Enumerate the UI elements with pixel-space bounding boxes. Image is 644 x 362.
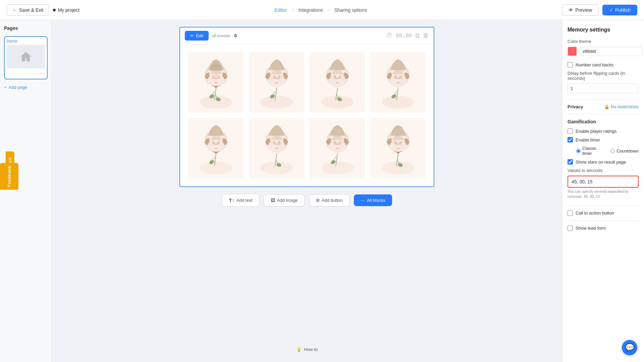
svg-point-28 <box>212 141 215 145</box>
chat-bubble-button[interactable]: 💬 <box>622 340 637 355</box>
add-button-label: Add button <box>322 198 343 203</box>
memory-card-5[interactable] <box>188 118 244 178</box>
all-blocks-button[interactable]: ⋯ All blocks <box>354 194 392 206</box>
sidebar-pages: Pages Home ··· + Add page <box>0 20 52 362</box>
enable-timer-row: Enable timer <box>568 137 639 142</box>
canvas-toolbar-right: ⏱ 00:00 ⧉ 🗑 <box>386 32 429 39</box>
sidebar-title: Pages <box>4 25 48 31</box>
chat-icon: 💬 <box>625 343 634 352</box>
plus-icon: + <box>4 85 7 90</box>
classic-timer-label: Classic timer <box>582 146 605 156</box>
card-image-5 <box>193 121 239 175</box>
no-restrictions-link[interactable]: 🔒 No restrictions <box>604 104 639 109</box>
classic-timer-radio[interactable] <box>576 149 581 153</box>
divider-4 <box>568 221 639 221</box>
card-image-8 <box>375 121 422 175</box>
memory-card-6[interactable] <box>249 118 304 178</box>
nav-sharing[interactable]: Sharing options <box>334 7 367 13</box>
all-blocks-label: All blocks <box>367 198 385 203</box>
how-to-button[interactable]: 💡 How to <box>293 344 321 355</box>
privacy-row: Privacy 🔒 No restrictions <box>568 104 639 109</box>
divider-3 <box>568 205 639 206</box>
cta-button-checkbox[interactable] <box>568 210 573 216</box>
values-section: Values in seconds You can specify severa… <box>568 168 639 199</box>
values-input[interactable] <box>568 176 639 188</box>
memory-card-4[interactable] <box>370 52 426 113</box>
divider-1 <box>568 99 639 100</box>
color-input[interactable] <box>580 47 642 56</box>
add-page-label: Add page <box>9 85 28 90</box>
svg-point-35 <box>278 141 281 145</box>
svg-point-41 <box>338 141 341 145</box>
publish-label: Publish <box>615 7 631 13</box>
enable-timer-checkbox[interactable] <box>568 137 573 142</box>
add-text-button[interactable]: T↑ Add text <box>222 194 259 207</box>
bulb-icon: 💡 <box>296 347 302 352</box>
add-page-button[interactable]: + Add page <box>4 85 48 90</box>
panel-title: Memory settings <box>568 27 639 33</box>
svg-point-37 <box>321 161 354 174</box>
show-lead-form-checkbox[interactable] <box>568 226 573 231</box>
enable-player-ratings-label: Enable player ratings <box>576 129 616 134</box>
button-icon: ⊞ <box>316 198 320 203</box>
image-icon: 🖼 <box>271 198 275 203</box>
svg-point-23 <box>399 75 402 79</box>
publish-button[interactable]: ✓ Publish <box>602 5 637 15</box>
grid-icon: ⋯ <box>361 198 365 203</box>
svg-point-29 <box>217 141 220 145</box>
classic-timer-radio-label[interactable]: Classic timer <box>576 146 605 156</box>
delete-button[interactable]: 🗑 <box>423 32 429 39</box>
svg-point-0 <box>200 96 232 108</box>
bottom-toolbar: T↑ Add text 🖼 Add image ⊞ Add button ⋯ A… <box>215 187 398 214</box>
enable-player-ratings-checkbox[interactable] <box>568 128 573 134</box>
edit-button[interactable]: ✏ Edit <box>185 31 209 41</box>
cta-button-row: Call to action button <box>568 210 639 216</box>
feedback-button[interactable]: Feedback <box>0 163 18 190</box>
card-image-7 <box>314 121 361 175</box>
color-swatch[interactable] <box>568 47 577 56</box>
page-thumb-footer: ··· <box>7 70 45 77</box>
save-exit-button[interactable]: ← Save & Exit <box>7 4 49 16</box>
copy-button[interactable]: ⧉ <box>415 32 420 39</box>
memory-card-2[interactable] <box>249 52 304 113</box>
preview-label: Preview <box>575 7 592 13</box>
nav-arrow-2: → <box>326 7 331 13</box>
number-card-backs-row: Number card backs <box>568 62 639 67</box>
svg-point-16 <box>333 75 336 79</box>
add-image-label: Add image <box>277 198 298 203</box>
canvas-area: ✏ Edit of moves: 0 ⏱ 00:00 ⧉ 🗑 <box>52 20 562 362</box>
svg-point-43 <box>382 161 414 174</box>
memory-card-3[interactable] <box>310 52 365 113</box>
canvas-toolbar-left: ✏ Edit of moves: 0 <box>185 31 237 41</box>
enable-timer-label: Enable timer <box>576 137 600 142</box>
countdown-radio[interactable] <box>610 149 615 153</box>
more-options-icon[interactable]: ··· <box>40 70 45 77</box>
delay-input[interactable] <box>568 83 639 93</box>
countdown-radio-label[interactable]: Countdown <box>610 148 639 154</box>
nav-editor[interactable]: Editor <box>275 7 287 13</box>
add-button-button[interactable]: ⊞ Add button <box>309 194 350 206</box>
memory-card-8[interactable] <box>370 118 426 178</box>
gamification-title: Gamification <box>568 119 639 124</box>
timer-type-group: Classic timer Countdown <box>576 146 639 156</box>
timer-display: 00:00 <box>396 33 412 39</box>
memory-card-1[interactable] <box>188 52 244 113</box>
lock-icon: 🔒 <box>604 104 609 109</box>
pencil-icon: ✏ <box>190 33 194 38</box>
preview-button[interactable]: 👁 Preview <box>562 4 598 16</box>
page-thumbnail-home[interactable]: Home ··· <box>4 36 48 79</box>
check-icon: ✓ <box>609 7 613 13</box>
number-card-backs-checkbox[interactable] <box>568 62 573 67</box>
show-stars-checkbox[interactable] <box>568 159 573 165</box>
show-lead-form-label: Show lead form <box>576 226 606 231</box>
page-home-label: Home <box>7 39 45 44</box>
show-lead-form-row: Show lead form <box>568 226 639 231</box>
topbar-left: ← Save & Exit My project <box>7 4 79 16</box>
memory-card-7[interactable] <box>310 118 365 178</box>
canvas-wrapper: ✏ Edit of moves: 0 ⏱ 00:00 ⧉ 🗑 <box>179 27 434 187</box>
cta-button-label: Call to action button <box>576 210 614 216</box>
delay-section: Delay before flipping cards (in seconds) <box>568 71 639 93</box>
add-image-button[interactable]: 🖼 Add image <box>264 194 305 206</box>
enable-player-ratings-row: Enable player ratings <box>568 128 639 134</box>
nav-integrations[interactable]: Integrations <box>299 7 323 13</box>
